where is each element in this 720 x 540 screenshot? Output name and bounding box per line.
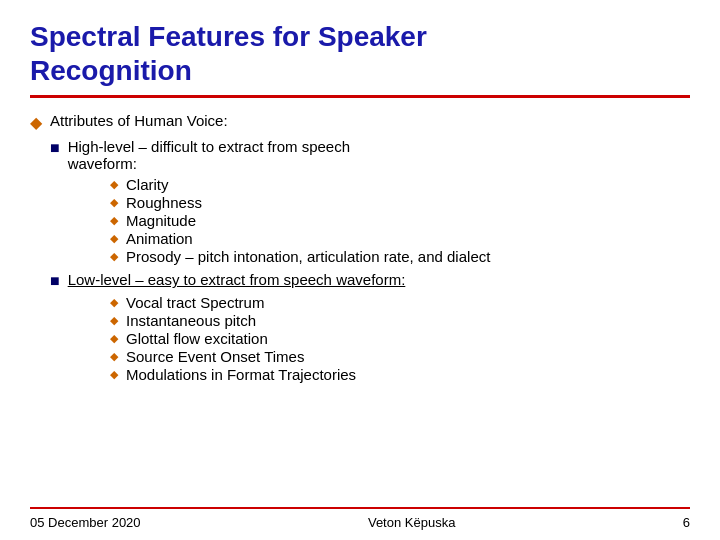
slide: Spectral Features for Speaker Recognitio… (0, 0, 720, 540)
title-line1: Spectral Features for Speaker (30, 21, 427, 52)
waveform-label: waveform: (68, 155, 137, 172)
title-divider (30, 95, 690, 98)
high-level-subitems: ◆ Clarity ◆ Roughness ◆ Magnitude ◆ Anim… (110, 176, 690, 265)
main-bullet-text: Attributes of Human Voice: (50, 112, 228, 129)
item-prosody: Prosody – pitch intonation, articulation… (126, 248, 490, 265)
small-diamond-icon: ◆ (110, 332, 118, 345)
square-icon-high: ■ (50, 139, 60, 157)
list-item: ◆ Vocal tract Spectrum (110, 294, 690, 311)
list-item: ◆ Modulations in Format Trajectories (110, 366, 690, 383)
list-item: ◆ Glottal flow excitation (110, 330, 690, 347)
list-item: ◆ Magnitude (110, 212, 690, 229)
diamond-icon: ◆ (30, 113, 42, 132)
footer-page: 6 (683, 515, 690, 530)
footer-author: Veton Këpuska (368, 515, 455, 530)
slide-title: Spectral Features for Speaker Recognitio… (30, 20, 690, 87)
small-diamond-icon: ◆ (110, 250, 118, 263)
main-bullet: ◆ Attributes of Human Voice: (30, 112, 690, 132)
high-level-label: High-level – difficult to extract from s… (68, 138, 350, 155)
item-clarity: Clarity (126, 176, 169, 193)
item-source-event: Source Event Onset Times (126, 348, 304, 365)
small-diamond-icon: ◆ (110, 232, 118, 245)
item-instantaneous-pitch: Instantaneous pitch (126, 312, 256, 329)
low-level-item: ■ Low-level – easy to extract from speec… (50, 271, 690, 290)
small-diamond-icon: ◆ (110, 314, 118, 327)
item-modulations: Modulations in Format Trajectories (126, 366, 356, 383)
item-animation: Animation (126, 230, 193, 247)
small-diamond-icon: ◆ (110, 196, 118, 209)
low-level-subitems: ◆ Vocal tract Spectrum ◆ Instantaneous p… (110, 294, 690, 383)
list-item: ◆ Roughness (110, 194, 690, 211)
small-diamond-icon: ◆ (110, 178, 118, 191)
item-vocal-tract: Vocal tract Spectrum (126, 294, 264, 311)
footer-date: 05 December 2020 (30, 515, 141, 530)
list-item: ◆ Source Event Onset Times (110, 348, 690, 365)
small-diamond-icon: ◆ (110, 368, 118, 381)
high-level-text: High-level – difficult to extract from s… (68, 138, 350, 172)
list-item: ◆ Animation (110, 230, 690, 247)
slide-footer: 05 December 2020 Veton Këpuska 6 (30, 507, 690, 530)
list-item: ◆ Instantaneous pitch (110, 312, 690, 329)
low-level-block: ■ Low-level – easy to extract from speec… (50, 271, 690, 383)
item-roughness: Roughness (126, 194, 202, 211)
small-diamond-icon: ◆ (110, 214, 118, 227)
list-item: ◆ Clarity (110, 176, 690, 193)
item-glottal-flow: Glottal flow excitation (126, 330, 268, 347)
high-level-item: ■ High-level – difficult to extract from… (50, 138, 690, 172)
small-diamond-icon: ◆ (110, 296, 118, 309)
item-magnitude: Magnitude (126, 212, 196, 229)
high-level-block: ■ High-level – difficult to extract from… (50, 138, 690, 265)
content-area: ◆ Attributes of Human Voice: ■ High-leve… (30, 112, 690, 507)
list-item: ◆ Prosody – pitch intonation, articulati… (110, 248, 690, 265)
low-level-label: Low-level – easy to extract from speech … (68, 271, 406, 288)
small-diamond-icon: ◆ (110, 350, 118, 363)
title-line2: Recognition (30, 55, 192, 86)
square-icon-low: ■ (50, 272, 60, 290)
